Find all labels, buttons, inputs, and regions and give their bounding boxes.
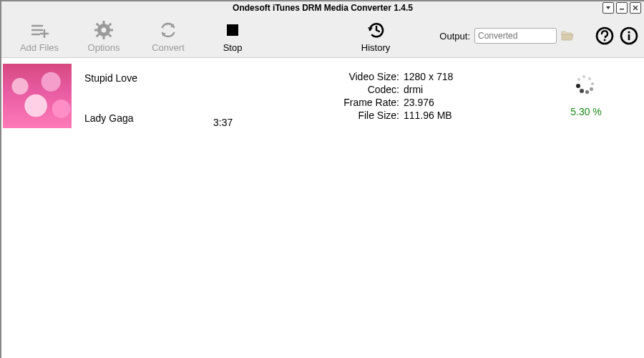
svg-rect-0 <box>620 9 624 10</box>
duration-column: 3:37 <box>213 64 313 132</box>
options-label: Options <box>72 42 136 53</box>
gear-icon <box>72 19 136 41</box>
output-label: Output: <box>439 31 470 42</box>
svg-rect-16 <box>227 24 238 36</box>
history-button[interactable]: History <box>343 19 408 53</box>
file-size-value: 111.96 MB <box>404 110 452 121</box>
window-buttons <box>602 2 641 14</box>
history-label: History <box>343 42 408 53</box>
window-title: Ondesoft iTunes DRM Media Converter 1.4.… <box>1 3 644 13</box>
close-icon[interactable] <box>630 2 641 14</box>
track-title: Stupid Love <box>84 72 213 84</box>
progress-column: 5.30 % <box>528 64 644 128</box>
frame-rate-value: 23.976 <box>404 97 434 108</box>
svg-rect-23 <box>628 34 630 40</box>
codec-label: Codec: <box>313 84 399 95</box>
history-icon <box>343 19 408 41</box>
stop-icon <box>200 19 265 41</box>
convert-button[interactable]: Convert <box>136 19 200 53</box>
help-button[interactable] <box>595 26 614 45</box>
spinner-icon <box>575 74 597 96</box>
video-size-value: 1280 x 718 <box>404 71 453 82</box>
svg-point-22 <box>628 31 630 33</box>
convert-label: Convert <box>136 42 200 53</box>
output-area: Output: <box>439 28 574 44</box>
menu-icon[interactable] <box>602 2 614 14</box>
svg-point-7 <box>102 27 107 32</box>
options-button[interactable]: Options <box>72 19 136 53</box>
open-folder-button[interactable] <box>561 30 574 42</box>
title-bar: Ondesoft iTunes DRM Media Converter 1.4.… <box>1 1 644 14</box>
refresh-icon <box>136 19 200 41</box>
progress-percent: 5.30 % <box>570 106 602 117</box>
codec-value: drmi <box>404 84 423 95</box>
svg-rect-8 <box>103 21 105 24</box>
svg-rect-9 <box>103 36 105 39</box>
frame-rate-label: Frame Rate: <box>313 97 399 108</box>
video-size-label: Video Size: <box>313 71 399 82</box>
toolbar: Add Files Options <box>1 14 644 58</box>
track-duration: 3:37 <box>213 117 233 128</box>
title-artist-column: Stupid Love Lady Gaga <box>72 64 213 128</box>
stop-label: Stop <box>200 42 265 53</box>
file-row[interactable]: Stupid Love Lady Gaga 3:37 Video Size: 1… <box>1 58 644 139</box>
thumbnail <box>3 64 72 128</box>
track-artist: Lady Gaga <box>84 112 213 124</box>
add-files-label: Add Files <box>7 42 72 53</box>
svg-line-18 <box>376 30 379 32</box>
folder-icon <box>561 31 574 41</box>
add-files-button[interactable]: Add Files <box>7 19 72 53</box>
svg-rect-10 <box>94 29 98 31</box>
info-icon <box>620 26 638 45</box>
add-files-icon <box>7 19 72 41</box>
file-size-label: File Size: <box>313 110 399 121</box>
file-list: Stupid Love Lady Gaga 3:37 Video Size: 1… <box>1 58 644 358</box>
minimize-icon[interactable] <box>616 2 628 14</box>
stop-button[interactable]: Stop <box>200 19 265 53</box>
info-button[interactable] <box>620 26 638 45</box>
svg-rect-11 <box>109 29 113 31</box>
right-icons <box>595 26 638 45</box>
output-input[interactable] <box>474 28 557 44</box>
metadata-column: Video Size: 1280 x 718 Codec: drmi Frame… <box>313 64 528 128</box>
help-icon <box>595 26 614 45</box>
svg-point-20 <box>604 39 606 42</box>
